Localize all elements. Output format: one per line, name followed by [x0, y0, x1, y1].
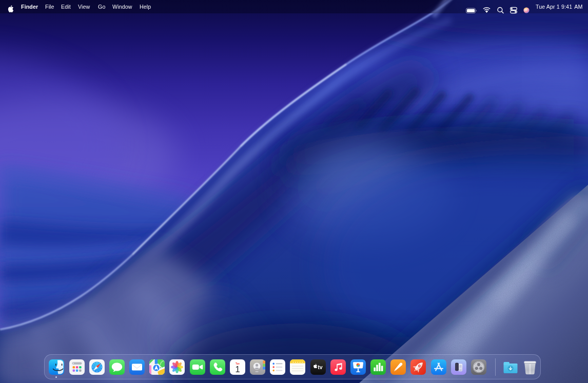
svg-text:1: 1 — [235, 365, 240, 374]
svg-text:tv: tv — [318, 364, 322, 370]
